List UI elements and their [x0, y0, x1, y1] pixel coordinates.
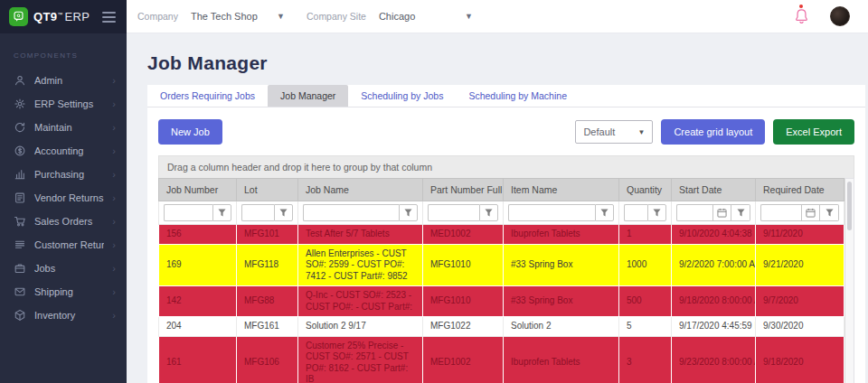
table-row[interactable]: 142MFG88Q-Inc - CUST SO#: 2523 - CUST PO… — [159, 286, 844, 317]
filter-input-job-number[interactable] — [164, 204, 212, 221]
sidebar-item-customer-returns[interactable]: Customer Returns› — [0, 233, 127, 257]
chevron-right-icon: › — [112, 311, 116, 321]
sidebar-item-sales-orders[interactable]: Sales Orders› — [0, 210, 127, 233]
sidebar-item-label: Maintain — [34, 122, 104, 133]
filter-input-job-name[interactable] — [303, 204, 399, 221]
sidebar-item-accounting[interactable]: Accounting› — [0, 139, 127, 163]
chevron-down-icon: ▼ — [277, 12, 285, 21]
sidebar-item-label: Purchasing — [34, 169, 104, 180]
company-site-label: Company Site — [307, 11, 366, 22]
grid-cell-item-name: Solution 2 — [504, 317, 619, 337]
notifications-bell-icon[interactable] — [794, 7, 810, 25]
grid-cell-job-number: 142 — [159, 286, 237, 317]
filter-funnel-icon[interactable] — [479, 204, 498, 221]
topbar: Company The Tech Shop ▼ Company Site Chi… — [127, 0, 868, 33]
filter-funnel-icon[interactable] — [820, 204, 839, 221]
column-header-quantity[interactable]: Quantity — [619, 179, 672, 201]
sidebar-item-inventory[interactable]: Inventory› — [0, 304, 127, 327]
company-label: Company — [137, 11, 178, 22]
column-header-lot[interactable]: Lot — [237, 179, 298, 201]
hamburger-menu-icon[interactable] — [100, 8, 118, 26]
grid-cell-required-date: 9/18/2020 — [756, 336, 844, 383]
sidebar-item-maintain[interactable]: Maintain› — [0, 116, 127, 139]
filter-funnel-icon[interactable] — [399, 204, 418, 221]
sidebar-item-label: ERP Settings — [34, 98, 104, 109]
sidebar-item-purchasing[interactable]: Purchasing› — [0, 163, 127, 186]
grid-cell-quantity: 500 — [619, 286, 672, 317]
dollar-circle-icon — [14, 145, 26, 157]
create-grid-layout-button[interactable]: Create grid layout — [661, 119, 765, 145]
calendar-icon[interactable] — [712, 204, 731, 221]
toolbar-right: Default ▼ Create grid layout Excel Expor… — [575, 119, 854, 145]
grid-cell-part-number-full: MFG1010 — [423, 286, 504, 317]
grid-cell-job-name: Test After 5/7 Tablets — [298, 225, 423, 245]
gear-icon — [14, 98, 26, 110]
cart-icon — [14, 215, 26, 228]
column-header-job-number[interactable]: Job Number — [159, 179, 237, 201]
column-header-required-date[interactable]: Required Date — [756, 179, 844, 201]
sidebar-item-label: Jobs — [34, 263, 104, 274]
card-body: New Job Default ▼ Create grid layout Exc… — [147, 107, 865, 383]
filter-funnel-icon[interactable] — [212, 204, 231, 221]
grid-layout-select[interactable]: Default ▼ — [575, 120, 653, 144]
sidebar-header: QT9™ERP — [0, 0, 127, 33]
tab-job-manager[interactable]: Job Manager — [268, 85, 348, 107]
filter-funnel-icon[interactable] — [647, 204, 666, 221]
sidebar-section-label: COMPONENTS — [0, 33, 127, 69]
grid-cell-item-name: Ibuprofen Tablets — [504, 336, 619, 383]
sidebar-item-label: Accounting — [34, 145, 104, 156]
filter-funnel-icon[interactable] — [274, 204, 293, 221]
filter-input-item-name[interactable] — [508, 204, 595, 221]
refresh-icon — [14, 121, 26, 134]
grid-cell-job-name: Allen Enterprises - CUST SO#: 2599 - CUS… — [298, 244, 423, 286]
filter-input-quantity[interactable] — [624, 204, 647, 221]
chevron-right-icon: › — [112, 240, 116, 250]
grid-cell-quantity: 5 — [619, 317, 672, 337]
job-manager-card: Orders Requiring Jobs Job Manager Schedu… — [147, 85, 865, 383]
grid-cell-item-name: Ibuprofen Tablets — [504, 225, 619, 245]
user-avatar[interactable] — [830, 6, 850, 26]
user-icon — [14, 74, 26, 87]
filter-input-start-date[interactable] — [676, 204, 712, 221]
cube-icon — [14, 309, 26, 322]
column-header-item-name[interactable]: Item Name — [504, 179, 619, 201]
chevron-right-icon: › — [112, 146, 116, 156]
company-site-select[interactable]: Chicago ▼ — [377, 7, 475, 25]
filter-input-lot[interactable] — [241, 204, 274, 221]
sidebar-item-shipping[interactable]: Shipping› — [0, 280, 127, 304]
filter-funnel-icon[interactable] — [731, 204, 750, 221]
grid-cell-job-number: 161 — [159, 336, 237, 383]
table-row[interactable]: 204MFG161Solution 2 9/17MFG1022Solution … — [159, 317, 844, 337]
sidebar-item-vendor-returns[interactable]: Vendor Returns› — [0, 186, 127, 210]
grid-vertical-scrollbar[interactable] — [844, 178, 854, 383]
grid-cell-job-number: 156 — [159, 225, 237, 245]
sidebar-item-admin[interactable]: Admin› — [0, 69, 127, 92]
calendar-icon[interactable] — [801, 204, 820, 221]
excel-export-button[interactable]: Excel Export — [773, 119, 854, 145]
chevron-right-icon: › — [112, 76, 116, 86]
column-header-start-date[interactable]: Start Date — [672, 179, 756, 201]
table-row[interactable]: 156MFG101Test After 5/7 TabletsMED1002Ib… — [159, 225, 844, 245]
tab-scheduling-by-machine[interactable]: Scheduling by Machine — [456, 85, 580, 107]
filter-input-required-date[interactable] — [760, 204, 801, 221]
envelope-icon — [14, 285, 26, 298]
qt9-logo[interactable]: QT9™ERP — [9, 7, 90, 26]
tab-scheduling-by-jobs[interactable]: Scheduling by Jobs — [348, 85, 456, 107]
new-job-button[interactable]: New Job — [158, 119, 222, 145]
scrollbar-thumb[interactable] — [847, 182, 852, 230]
tab-orders-requiring-jobs[interactable]: Orders Requiring Jobs — [147, 85, 268, 107]
filter-funnel-icon[interactable] — [595, 204, 614, 221]
column-header-part-number-full[interactable]: Part Number Full — [423, 179, 504, 201]
table-row[interactable]: 161MFG106Customer 25% Precise - CUST SO#… — [159, 336, 844, 383]
grid-cell-lot: MFG88 — [237, 286, 298, 317]
sidebar-item-jobs[interactable]: Jobs› — [0, 257, 127, 280]
document-list-icon — [14, 192, 26, 204]
table-row[interactable]: 169MFG118Allen Enterprises - CUST SO#: 2… — [159, 244, 844, 286]
company-site-select-value: Chicago — [379, 11, 415, 22]
column-header-job-name[interactable]: Job Name — [298, 179, 423, 201]
grid-cell-part-number-full: MED1002 — [423, 225, 504, 245]
sidebar-item-erp-settings[interactable]: ERP Settings› — [0, 92, 127, 116]
grid-cell-start-date: 9/23/2020 8:00:00 AM — [672, 336, 756, 383]
filter-input-part-number-full[interactable] — [428, 204, 479, 221]
company-select[interactable]: The Tech Shop ▼ — [189, 7, 287, 25]
